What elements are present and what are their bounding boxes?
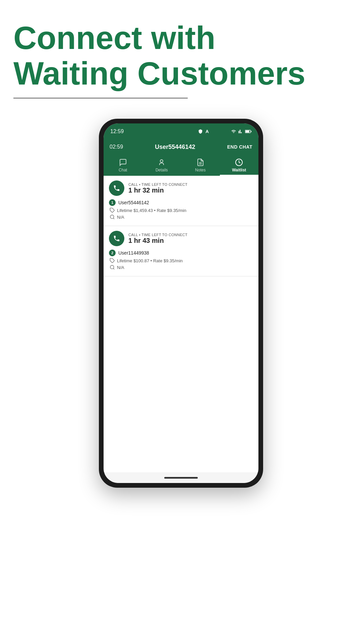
font-icon bbox=[205, 129, 209, 134]
user-badge-2: 2 bbox=[109, 250, 116, 256]
app-header: 02:59 User55446142 END CHAT bbox=[104, 138, 258, 156]
battery-icon bbox=[245, 129, 252, 133]
search-info-1: N/A bbox=[117, 215, 124, 220]
waitlist-tab-icon bbox=[235, 158, 243, 166]
svg-point-11 bbox=[110, 265, 114, 269]
call-time-2: 1 hr 43 min bbox=[128, 237, 187, 245]
headline-line1: Connect with bbox=[13, 20, 216, 56]
lifetime-text-1: Lifetime $1,459.43 • Rate $9.35/min bbox=[117, 208, 186, 213]
call-info-2: CALL • TIME LEFT TO CONNECT 1 hr 43 min bbox=[128, 233, 187, 245]
home-indicator bbox=[104, 472, 258, 483]
tab-waitlist-label: Waitlist bbox=[232, 168, 246, 172]
svg-point-8 bbox=[110, 215, 114, 219]
call-row-2: CALL • TIME LEFT TO CONNECT 1 hr 43 min bbox=[109, 231, 253, 246]
home-bar bbox=[164, 477, 198, 479]
header-username: User55446142 bbox=[155, 144, 195, 151]
tag-icon-2 bbox=[110, 258, 115, 263]
headline: Connect with Waiting Customers bbox=[13, 20, 349, 91]
svg-rect-1 bbox=[245, 130, 249, 132]
end-chat-button[interactable]: END CHAT bbox=[227, 144, 252, 150]
status-icons-group bbox=[198, 129, 252, 134]
lifetime-row-1: Lifetime $1,459.43 • Rate $9.35/min bbox=[110, 208, 253, 213]
lifetime-row-2: Lifetime $100.87 • Rate $9.35/min bbox=[110, 258, 253, 263]
status-bar: 12:59 bbox=[104, 123, 258, 138]
tab-notes[interactable]: Notes bbox=[181, 156, 220, 176]
search-row-1: N/A bbox=[110, 214, 253, 220]
details-tab-icon bbox=[158, 158, 166, 166]
signal-icon bbox=[238, 129, 243, 134]
tab-chat-label: Chat bbox=[119, 168, 127, 172]
wifi-icon bbox=[231, 129, 236, 134]
call-row-1: CALL • TIME LEFT TO CONNECT 1 hr 32 min bbox=[109, 180, 253, 196]
call-icon-circle-1 bbox=[109, 180, 124, 196]
user-row-1: 1 User55446142 bbox=[109, 199, 253, 206]
tab-chat[interactable]: Chat bbox=[104, 156, 142, 176]
call-label-1: CALL • TIME LEFT TO CONNECT bbox=[128, 182, 187, 186]
tab-details-label: Details bbox=[156, 168, 168, 172]
call-icon-circle-2 bbox=[109, 231, 124, 246]
svg-line-12 bbox=[113, 268, 114, 269]
tag-icon-1 bbox=[110, 208, 115, 213]
svg-line-9 bbox=[113, 218, 114, 219]
tab-notes-label: Notes bbox=[195, 168, 205, 172]
search-icon-2 bbox=[110, 265, 115, 270]
user-name-1: User55446142 bbox=[118, 200, 149, 205]
search-icon-1 bbox=[110, 214, 115, 220]
page-container: Connect with Waiting Customers 12:59 bbox=[0, 0, 362, 644]
chat-tab-icon bbox=[119, 158, 127, 166]
notes-tab-icon bbox=[196, 158, 204, 166]
svg-point-3 bbox=[160, 160, 163, 162]
tab-bar: Chat Details Notes bbox=[104, 156, 258, 176]
phone-frame: 12:59 02:59 bbox=[99, 119, 263, 488]
call-timer: 02:59 bbox=[110, 144, 123, 150]
phone-screen: 12:59 02:59 bbox=[104, 123, 258, 483]
search-info-2: N/A bbox=[117, 265, 124, 270]
headline-divider bbox=[13, 98, 188, 99]
lifetime-text-2: Lifetime $100.87 • Rate $9.35/min bbox=[117, 258, 183, 263]
tab-waitlist[interactable]: Waitlist bbox=[220, 156, 259, 176]
status-time: 12:59 bbox=[110, 128, 124, 135]
tab-details[interactable]: Details bbox=[142, 156, 181, 176]
call-time-1: 1 hr 32 min bbox=[128, 186, 187, 194]
call-info-1: CALL • TIME LEFT TO CONNECT 1 hr 32 min bbox=[128, 182, 187, 194]
svg-rect-2 bbox=[251, 131, 251, 132]
search-row-2: N/A bbox=[110, 265, 253, 270]
phone-icon-1 bbox=[113, 184, 120, 192]
shield-icon bbox=[198, 129, 203, 134]
call-label-2: CALL • TIME LEFT TO CONNECT bbox=[128, 233, 187, 237]
user-name-2: User11449938 bbox=[118, 250, 149, 256]
waitlist-content: CALL • TIME LEFT TO CONNECT 1 hr 32 min … bbox=[104, 176, 258, 472]
user-badge-1: 1 bbox=[109, 199, 116, 206]
waitlist-item-2: CALL • TIME LEFT TO CONNECT 1 hr 43 min … bbox=[104, 226, 258, 276]
waitlist-item-1: CALL • TIME LEFT TO CONNECT 1 hr 32 min … bbox=[104, 176, 258, 226]
headline-line2: Waiting Customers bbox=[13, 55, 305, 91]
user-row-2: 2 User11449938 bbox=[109, 250, 253, 256]
phone-icon-2 bbox=[113, 235, 120, 242]
